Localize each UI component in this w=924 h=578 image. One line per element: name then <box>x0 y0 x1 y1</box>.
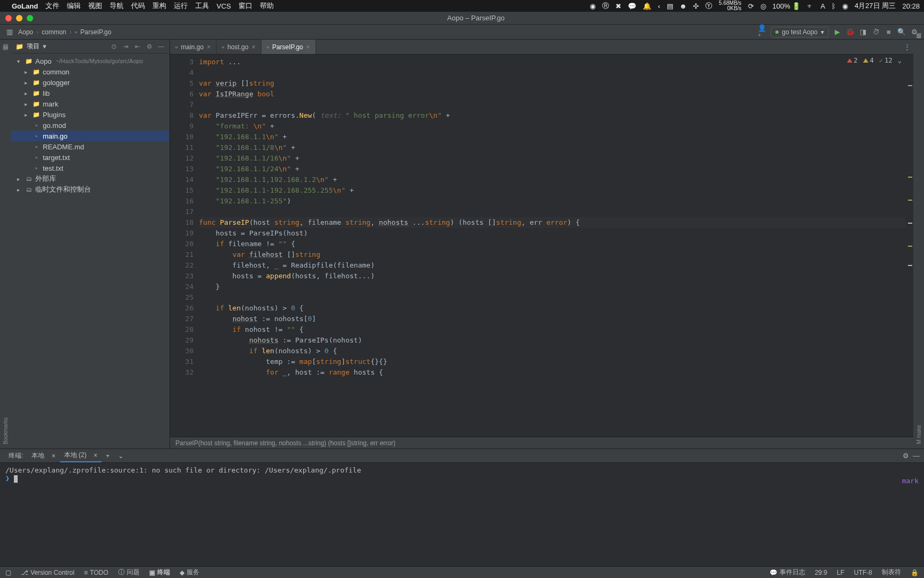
menu-code[interactable]: 代码 <box>131 1 145 11</box>
menu-vcs[interactable]: VCS <box>217 2 231 10</box>
code-line[interactable]: var IsIPRange bool <box>199 89 906 100</box>
close-icon[interactable]: × <box>94 452 97 459</box>
code-line[interactable]: for _, host := range hosts { <box>199 367 906 378</box>
status-todo[interactable]: ≡ TODO <box>84 569 108 576</box>
menubar-time[interactable]: 20:28 <box>902 2 920 10</box>
status-readonly-icon[interactable]: 🔒 <box>911 569 919 576</box>
menu-run[interactable]: 运行 <box>174 1 188 11</box>
editor-breadcrumb[interactable]: ParseIP(host string, filename string, no… <box>170 437 913 448</box>
coverage-button[interactable]: ◨ <box>859 28 867 36</box>
code-line[interactable]: "format: \n" + <box>199 121 906 132</box>
tree-item-common[interactable]: ▸📁common <box>11 66 170 77</box>
status-icon[interactable]: Ⓡ <box>602 1 609 11</box>
crumb-file[interactable]: ParseIP.go <box>80 28 111 36</box>
tree-item-README.md[interactable]: ▫README.md <box>11 141 170 152</box>
status-vcs[interactable]: ⎇ Version Control <box>21 569 74 576</box>
bluetooth-icon[interactable]: ᛒ <box>831 2 836 10</box>
stop-button[interactable]: ■ <box>884 28 893 36</box>
code-line[interactable]: "192.168.1.1-192.168.255.255\n" + <box>199 185 906 196</box>
code-line[interactable]: func ParseIP(host string, filename strin… <box>199 217 906 228</box>
terminal-output[interactable]: /Users/explang/.zprofile:source:1: no su… <box>0 463 924 566</box>
tree-item-test.txt[interactable]: ▫test.txt <box>11 163 170 173</box>
code-line[interactable]: "192.168.1.1/16\n" + <box>199 153 906 164</box>
status-services[interactable]: ◆ 服务 <box>180 568 199 577</box>
project-title[interactable]: 项目 <box>27 42 40 51</box>
toolwindow-quick-access-icon[interactable]: ▢ <box>5 569 11 576</box>
menu-file[interactable]: 文件 <box>45 1 59 11</box>
editor-tab-host.go[interactable]: ▫host.go× <box>217 40 261 54</box>
crumb-folder[interactable]: common <box>42 28 66 36</box>
tree-item-go.mod[interactable]: ▫go.mod <box>11 120 170 131</box>
stage-icon[interactable]: ▤ <box>667 2 673 10</box>
expand-icon[interactable]: ⇥ <box>121 43 130 50</box>
tab-close-icon[interactable]: × <box>207 43 211 51</box>
terminal-dropdown[interactable]: ⌄ <box>114 449 128 462</box>
hide-icon[interactable]: — <box>157 43 165 50</box>
record-icon[interactable]: ◉ <box>590 2 596 10</box>
code-line[interactable] <box>199 67 906 78</box>
location-icon[interactable]: ◎ <box>760 2 766 10</box>
code-line[interactable]: var ParseIPErr = errors.New( text: " hos… <box>199 110 906 121</box>
status-icon[interactable]: ☻ <box>680 2 687 10</box>
menu-refactor[interactable]: 重构 <box>152 1 166 11</box>
window-maximize[interactable] <box>27 15 33 21</box>
code-line[interactable]: "192.168.1.1/24\n" + <box>199 164 906 174</box>
menu-navigate[interactable]: 导航 <box>110 1 124 11</box>
menu-window[interactable]: 窗口 <box>238 1 252 11</box>
menu-edit[interactable]: 编辑 <box>67 1 81 11</box>
status-problems[interactable]: ⓘ 问题 <box>118 568 140 577</box>
tree-item-lib[interactable]: ▸📁lib <box>11 88 170 98</box>
add-user-icon[interactable]: 👤⁺ <box>758 28 766 36</box>
code-line[interactable]: "192.168.1.1\n" + <box>199 132 906 142</box>
wifi-icon[interactable]: ᯤ <box>807 2 814 10</box>
code-line[interactable]: var filehost []string <box>199 249 906 260</box>
tree-item-外部库[interactable]: ▸🗂外部库 <box>11 173 170 184</box>
code-line[interactable]: "192.168.1.1-255") <box>199 196 906 207</box>
collapse-icon[interactable]: ⇤ <box>133 43 142 50</box>
editor-tab-ParseIP.go[interactable]: ▫ParseIP.go× <box>261 40 316 54</box>
run-configuration-selector[interactable]: go test Aopo ▾ <box>771 27 829 37</box>
status-indent[interactable]: 制表符 <box>882 568 901 577</box>
error-stripe[interactable] <box>906 55 913 437</box>
code-line[interactable]: nohosts := ParseIPs(nohost) <box>199 335 906 346</box>
make-stripe-button[interactable]: M make <box>916 425 922 444</box>
profile-button[interactable]: ⏱ <box>872 28 880 36</box>
terminal-hide-icon[interactable]: — <box>913 452 920 460</box>
code-content[interactable]: import ...var verip []stringvar IsIPRang… <box>199 55 906 437</box>
tab-close-icon[interactable]: × <box>252 43 256 51</box>
chevron-left-icon[interactable]: ‹ <box>658 2 660 10</box>
tree-item-Plugins[interactable]: ▸📁Plugins <box>11 109 170 120</box>
wechat-icon[interactable]: 💬 <box>628 2 636 10</box>
tree-item-Aopo[interactable]: ▾📁Aopo~/HackTools/Mytools/go/src/Aopo <box>11 56 170 66</box>
code-line[interactable]: if len(nohosts) > 0 { <box>199 346 906 356</box>
tree-item-mark[interactable]: ▸📁mark <box>11 98 170 109</box>
search-everywhere-icon[interactable]: 🔍 <box>897 28 906 36</box>
window-close[interactable] <box>5 15 12 21</box>
menu-help[interactable]: 帮助 <box>260 1 274 11</box>
status-icon[interactable]: ✖ <box>615 2 621 10</box>
settings-icon[interactable]: ⚙ <box>145 43 153 50</box>
code-line[interactable]: if len(nohosts) > 0 { <box>199 303 906 314</box>
battery[interactable]: 100% 🔋 <box>773 2 801 10</box>
code-line[interactable]: } <box>199 282 906 292</box>
status-encoding[interactable]: UTF-8 <box>854 569 872 576</box>
sync-icon[interactable]: ⟳ <box>748 2 754 10</box>
status-icon[interactable]: Ⓨ <box>705 1 712 11</box>
locate-icon[interactable]: ⊙ <box>110 43 118 50</box>
siri-icon[interactable]: ◉ <box>842 2 848 10</box>
tabs-menu-icon[interactable]: ⋮ <box>900 40 913 54</box>
code-line[interactable]: if filename != "" { <box>199 239 906 249</box>
menu-tools[interactable]: 工具 <box>195 1 209 11</box>
code-line[interactable] <box>199 207 906 217</box>
gutter[interactable]: 3456789101112131415161718192021222324252… <box>170 55 199 437</box>
settings-icon[interactable]: ⚙ <box>910 28 919 36</box>
code-line[interactable]: import ... <box>199 57 906 67</box>
debug-button[interactable]: 🐞 <box>846 28 854 36</box>
code-line[interactable]: temp := map[string]struct{}{} <box>199 356 906 367</box>
tree-item-target.txt[interactable]: ▫target.txt <box>11 152 170 163</box>
terminal-tab-2[interactable]: 本地 (2) × <box>60 449 102 462</box>
code-line[interactable]: "192.168.1.1/8\n" + <box>199 142 906 153</box>
tab-close-icon[interactable]: × <box>306 43 310 51</box>
code-line[interactable]: if nohost != "" { <box>199 324 906 335</box>
code-line[interactable]: filehost, _ = Readipfile(filename) <box>199 260 906 271</box>
